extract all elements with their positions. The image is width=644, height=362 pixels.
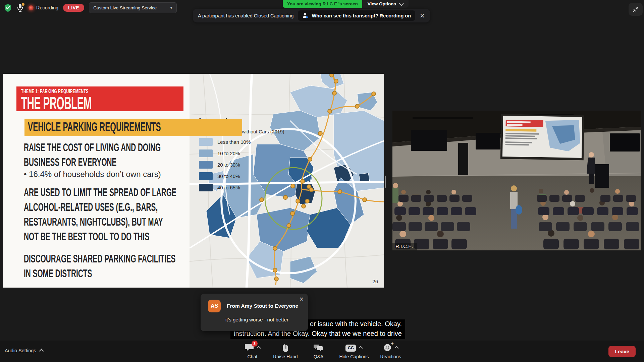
legend-label: 10 to 20% bbox=[217, 150, 240, 156]
choropleth-map: Legend Renter Households without Cars (2… bbox=[190, 74, 384, 288]
legend-swatch bbox=[199, 138, 213, 146]
participant-video-tile[interactable]: R.I.C.E. bbox=[392, 111, 641, 250]
qa-button[interactable]: Q&A bbox=[309, 344, 328, 359]
hide-captions-button[interactable]: CC Hide Captions bbox=[339, 344, 369, 359]
slide-text-line: IN SOME DISTRICTS bbox=[24, 266, 175, 281]
recording-dot-icon bbox=[29, 5, 34, 10]
qa-bubbles-icon bbox=[314, 344, 323, 352]
slide-text-line: ALCOHOL-RELATED USES (E.G., BARS, bbox=[24, 200, 176, 215]
live-badge: LIVE bbox=[63, 4, 84, 12]
toolbar-center-buttons: 3 Chat bbox=[0, 341, 644, 362]
slide-highlight-text: VEHICLE PARKING REQUIREMENTS bbox=[28, 120, 161, 134]
slide-highlight: VEHICLE PARKING REQUIREMENTS bbox=[24, 119, 242, 136]
viewing-screen-banner: You are viewing R.I.C.E.'s screen bbox=[283, 0, 362, 8]
chat-button[interactable]: 3 Chat bbox=[243, 344, 262, 359]
legend-swatch bbox=[199, 172, 213, 180]
plus-icon: + bbox=[391, 341, 394, 346]
legend-swatch bbox=[199, 161, 213, 169]
legend-row: 30 to 40% bbox=[199, 172, 284, 180]
avatar: AS bbox=[208, 300, 221, 312]
raise-hand-label: Raise Hand bbox=[273, 354, 298, 359]
reactions-button-label: Reactions bbox=[380, 354, 401, 359]
slide-text-line: BUSINESS FOR EVERYONE bbox=[24, 155, 161, 170]
chat-message-popup[interactable]: × AS From Amy Stout to Everyone it's get… bbox=[201, 294, 308, 331]
dropdown-caret-icon: ▼ bbox=[170, 6, 172, 9]
slide-text-line: RAISE THE COST OF LIVING AND DOING bbox=[24, 140, 161, 155]
reactions-button[interactable]: + Reactions bbox=[380, 344, 401, 359]
legend-row: 40 to 65% bbox=[199, 184, 284, 191]
caption-line: er issue with the vehicle. Okay. bbox=[307, 319, 405, 329]
legend-swatch bbox=[199, 184, 213, 191]
cc-icon: CC bbox=[345, 345, 356, 352]
slide-page-number: 26 bbox=[372, 279, 378, 284]
qa-button-label: Q&A bbox=[314, 354, 324, 359]
transcript-button-label: Who can see this transcript? Recording o… bbox=[312, 13, 411, 18]
exit-fullscreen-icon bbox=[632, 6, 639, 13]
legend-label: Less than 10% bbox=[217, 139, 251, 145]
zoom-meeting-window: Recording LIVE Custom Live Streaming Ser… bbox=[0, 0, 644, 362]
slide-point-3: DISCOURAGE SHARED PARKING FACILITIES IN … bbox=[24, 251, 175, 281]
legend-label: 20 to 30% bbox=[217, 162, 240, 168]
person-icon bbox=[302, 12, 309, 19]
participant-name-label: R.I.C.E. bbox=[392, 243, 417, 250]
hide-captions-label: Hide Captions bbox=[339, 354, 369, 359]
mic-alert-dot bbox=[22, 3, 24, 6]
legend-label: 40 to 65% bbox=[217, 185, 240, 190]
popup-message: it's getting worse - not better bbox=[225, 317, 308, 322]
microphone-icon[interactable] bbox=[16, 3, 24, 12]
popup-title: From Amy Stout to Everyone bbox=[227, 303, 298, 309]
chat-button-label: Chat bbox=[248, 354, 258, 359]
meeting-toolbar: Audio Settings 3 Chat bbox=[0, 341, 644, 362]
raise-hand-button[interactable]: Raise Hand bbox=[273, 344, 298, 359]
leave-button[interactable]: Leave bbox=[608, 346, 636, 357]
slide-point-1: RAISE THE COST OF LIVING AND DOING BUSIN… bbox=[24, 140, 161, 170]
cc-notification-bar: A participant has enabled Closed Caption… bbox=[193, 9, 430, 22]
stream-service-dropdown[interactable]: Custom Live Streaming Service ▼ bbox=[89, 2, 177, 13]
popup-close-icon[interactable]: × bbox=[299, 296, 304, 302]
chevron-down-icon bbox=[399, 1, 404, 6]
slide-title: THE PROBLEM bbox=[21, 95, 110, 112]
slide-bullet: • 16.4% of households don’t own cars) bbox=[24, 170, 161, 179]
panel-resize-handle[interactable] bbox=[385, 176, 386, 188]
shared-screen-slide: Legend Renter Households without Cars (2… bbox=[3, 74, 384, 288]
legend-label: 30 to 40% bbox=[217, 173, 240, 179]
view-options-button[interactable]: View Options bbox=[362, 0, 409, 8]
transcript-visibility-button[interactable]: Who can see this transcript? Recording o… bbox=[298, 10, 415, 21]
screen-share-banner: You are viewing R.I.C.E.'s screen View O… bbox=[283, 0, 409, 8]
legend-row: Less than 10% bbox=[199, 138, 284, 146]
slide-text-line: DISCOURAGE SHARED PARKING FACILITIES bbox=[24, 251, 175, 266]
captions-menu-chevron-icon[interactable] bbox=[359, 346, 363, 350]
reactions-smiley-icon bbox=[383, 343, 392, 352]
slide-text-line: ARE USED TO LIMIT THE SPREAD OF LARGE bbox=[24, 185, 176, 200]
exit-fullscreen-button[interactable] bbox=[629, 3, 643, 16]
view-options-label: View Options bbox=[368, 1, 396, 6]
slide-text-line: RESTAURANTS, NIGHTCLUBS), BUT MAY bbox=[24, 215, 176, 229]
notification-close-icon[interactable]: × bbox=[420, 12, 425, 19]
stream-service-label: Custom Live Streaming Service bbox=[93, 5, 157, 10]
slide-title-banner: THEME 1: PARKING REQUIREMENTS THE PROBLE… bbox=[16, 86, 183, 111]
security-shield-icon bbox=[4, 4, 12, 12]
chat-menu-chevron-icon[interactable] bbox=[257, 346, 261, 350]
topbar-left-controls: Recording LIVE Custom Live Streaming Ser… bbox=[4, 3, 177, 13]
slide-point-2: ARE USED TO LIMIT THE SPREAD OF LARGE AL… bbox=[24, 185, 176, 244]
reactions-menu-chevron-icon[interactable] bbox=[394, 346, 399, 350]
conference-room-scene bbox=[392, 111, 641, 250]
chat-unread-badge: 3 bbox=[252, 341, 258, 347]
recording-indicator: Recording bbox=[29, 5, 58, 10]
cc-enabled-message: A participant has enabled Closed Caption… bbox=[198, 13, 293, 18]
legend-row: 10 to 20% bbox=[199, 149, 284, 157]
legend-row: 20 to 30% bbox=[199, 161, 284, 169]
raise-hand-icon bbox=[281, 344, 289, 352]
slide-text-line: NOT BE THE BEST TOOL TO DO THIS bbox=[24, 229, 176, 244]
recording-label: Recording bbox=[36, 5, 58, 10]
popup-header: AS From Amy Stout to Everyone bbox=[201, 294, 308, 312]
legend-swatch bbox=[199, 149, 213, 157]
